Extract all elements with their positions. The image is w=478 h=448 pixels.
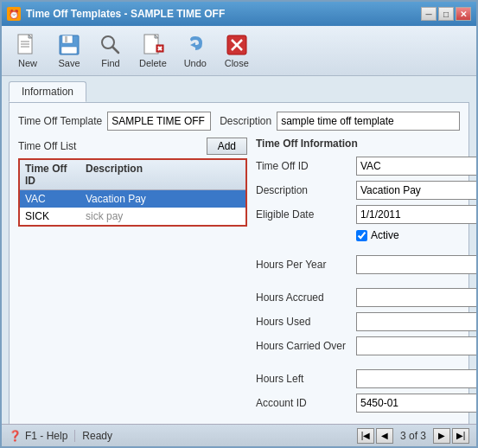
hours-used-row: Hours Used: [256, 312, 476, 331]
find-label: Find: [101, 58, 119, 68]
delete-button[interactable]: Delete: [133, 29, 173, 72]
row-id: SICK: [20, 208, 80, 225]
hours-left-row: Hours Left: [256, 369, 476, 388]
find-icon: [99, 33, 123, 57]
account-id-input[interactable]: [356, 394, 476, 413]
status-ready: Ready: [82, 430, 357, 442]
save-label: Save: [58, 58, 80, 68]
description-input[interactable]: [277, 112, 460, 131]
eligible-date-label: Eligible Date: [256, 208, 351, 221]
nav-last-button[interactable]: ▶|: [452, 428, 469, 444]
new-button[interactable]: New: [9, 29, 47, 72]
new-label: New: [18, 58, 37, 68]
delete-icon: [141, 33, 165, 57]
delete-label: Delete: [139, 58, 167, 68]
time-off-id-row: Time Off ID: [256, 157, 476, 176]
hours-accrued-row: Hours Accrued: [256, 288, 476, 307]
hours-per-year-label: Hours Per Year: [256, 259, 351, 271]
row-desc: Vacation Pay: [80, 190, 245, 208]
status-bar: ❓ F1 - Help Ready |◀ ◀ 3 of 3 ▶ ▶|: [2, 424, 476, 446]
list-header: Time Off List Add: [18, 138, 247, 155]
tab-information[interactable]: Information: [9, 81, 86, 102]
tab-bar: Information: [9, 81, 469, 102]
window-icon: ⏰: [7, 7, 21, 21]
close-button[interactable]: Close: [218, 29, 256, 72]
save-button[interactable]: Save: [50, 29, 88, 72]
main-window: ⏰ Time Off Templates - SAMPLE TIME OFF ─…: [0, 0, 478, 448]
nav-first-button[interactable]: |◀: [357, 428, 374, 444]
close-icon: [225, 33, 249, 57]
content-area: Information Time Off Template Descriptio…: [2, 76, 476, 424]
row-id: VAC: [20, 190, 80, 208]
toolbar: New Save Find: [2, 26, 476, 76]
active-checkbox[interactable]: [356, 230, 367, 241]
window-controls: ─ □ ✕: [421, 7, 471, 21]
time-off-id-input[interactable]: [356, 157, 476, 176]
time-off-id-label: Time Off ID: [256, 160, 351, 172]
find-button[interactable]: Find: [92, 29, 130, 72]
hours-carried-over-label: Hours Carried Over: [256, 340, 351, 352]
add-button[interactable]: Add: [207, 138, 247, 155]
window-title: Time Off Templates - SAMPLE TIME OFF: [26, 8, 225, 20]
hours-per-year-input[interactable]: [356, 255, 476, 274]
help-icon: ❓: [9, 430, 22, 442]
account-id-label: Account ID: [256, 397, 351, 409]
right-pane: Time Off Information Time Off ID Descrip…: [256, 138, 476, 418]
close-window-button[interactable]: ✕: [456, 7, 471, 21]
undo-button[interactable]: Undo: [176, 29, 214, 72]
list-title: Time Off List: [18, 140, 76, 152]
eligible-date-input[interactable]: [356, 205, 476, 224]
title-bar: ⏰ Time Off Templates - SAMPLE TIME OFF ─…: [2, 2, 476, 26]
col-desc-header: Description: [80, 160, 245, 189]
main-content: Time Off List Add Time Off ID Descriptio…: [18, 138, 460, 418]
nav-prev-button[interactable]: ◀: [376, 428, 393, 444]
account-id-row: Account ID ▼: [256, 394, 476, 413]
new-icon: [16, 33, 40, 57]
description-row: Description: [256, 181, 476, 200]
template-row: Time Off Template Description: [18, 112, 460, 131]
svg-line-10: [112, 47, 118, 53]
nav-info: 3 of 3: [395, 430, 431, 442]
col-id-header: Time Off ID: [20, 160, 80, 189]
close-label: Close: [225, 58, 249, 68]
hours-accrued-input[interactable]: [356, 288, 476, 307]
hours-per-year-row: Hours Per Year: [256, 255, 476, 274]
template-label: Time Off Template: [18, 115, 102, 127]
time-off-table: Time Off ID Description VAC Vacation Pay…: [18, 158, 247, 227]
desc-label: Description: [256, 184, 351, 196]
hours-used-label: Hours Used: [256, 316, 351, 328]
table-header: Time Off ID Description: [20, 160, 245, 190]
nav-next-button[interactable]: ▶: [433, 428, 450, 444]
table-row[interactable]: SICK sick pay: [20, 208, 245, 225]
maximize-button[interactable]: □: [438, 7, 454, 21]
active-row: Active: [356, 229, 476, 241]
hours-accrued-label: Hours Accrued: [256, 291, 351, 304]
minimize-button[interactable]: ─: [421, 7, 437, 21]
active-label: Active: [371, 229, 399, 241]
row-desc: sick pay: [80, 208, 245, 225]
table-row[interactable]: VAC Vacation Pay: [20, 190, 245, 208]
description-value-input[interactable]: [356, 181, 476, 200]
undo-label: Undo: [184, 58, 207, 68]
undo-icon: [183, 33, 207, 57]
nav-controls: |◀ ◀ 3 of 3 ▶ ▶|: [357, 428, 469, 444]
help-section: ❓ F1 - Help: [9, 430, 75, 442]
template-input[interactable]: [107, 112, 211, 131]
hours-carried-over-row: Hours Carried Over: [256, 336, 476, 355]
description-label: Description: [220, 115, 271, 127]
hours-carried-over-input[interactable]: [356, 336, 476, 355]
hours-left-input[interactable]: [356, 369, 476, 388]
main-panel: Time Off Template Description Time Off L…: [9, 102, 469, 424]
info-panel-title: Time Off Information: [256, 138, 476, 150]
save-icon: [57, 33, 81, 57]
help-label: F1 - Help: [25, 430, 67, 442]
hours-used-input[interactable]: [356, 312, 476, 331]
eligible-date-row: Eligible Date ▼: [256, 205, 476, 224]
hours-left-label: Hours Left: [256, 373, 351, 385]
svg-rect-8: [61, 47, 77, 54]
left-pane: Time Off List Add Time Off ID Descriptio…: [18, 138, 247, 418]
svg-rect-7: [65, 36, 67, 42]
